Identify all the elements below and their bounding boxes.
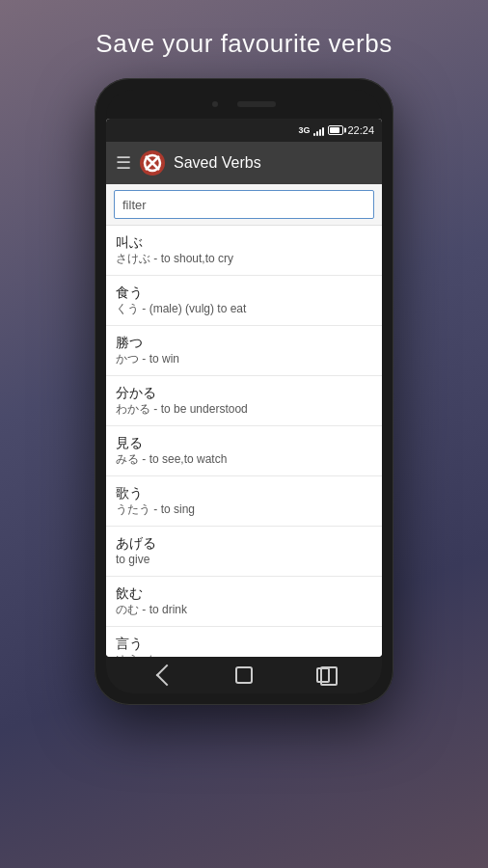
list-item[interactable]: あげるto give [106, 527, 382, 577]
verb-reading: みる - to see,to watch [116, 451, 372, 468]
recents-button[interactable] [312, 664, 335, 687]
verb-kanji: 叫ぶ [116, 233, 372, 251]
page-title: Save your favourite verbs [95, 29, 392, 59]
phone-bottom-bar [106, 657, 382, 693]
verb-list: 叫ぶさけぶ - to shout,to cry食うくう - (male) (vu… [106, 226, 382, 657]
phone-frame: 3G 22:24 ☰ Saved Verbs [95, 78, 393, 705]
verb-reading: to give [116, 552, 372, 568]
verb-reading: さけぶ - to shout,to cry [116, 251, 372, 267]
verb-kanji: 勝つ [116, 334, 372, 351]
battery-icon [328, 125, 343, 135]
phone-notch [106, 90, 382, 119]
filter-bar [106, 184, 382, 226]
list-item[interactable]: 歌ううたう - to sing [106, 476, 382, 527]
verb-kanji: 分かる [116, 384, 372, 401]
list-item[interactable]: 叫ぶさけぶ - to shout,to cry [106, 226, 382, 276]
app-bar: ☰ Saved Verbs [106, 142, 382, 184]
clock: 22:24 [347, 124, 374, 136]
verb-kanji: 言う [116, 635, 372, 652]
verb-reading: わかる - to be understood [116, 401, 372, 418]
status-bar: 3G 22:24 [106, 119, 382, 142]
phone-screen: 3G 22:24 ☰ Saved Verbs [106, 119, 382, 657]
verb-kanji: あげる [116, 534, 372, 552]
list-item[interactable]: 分かるわかる - to be understood [106, 376, 382, 426]
verb-reading: かつ - to win [116, 351, 372, 367]
filter-input[interactable] [114, 190, 374, 219]
signal-icon [313, 124, 324, 136]
verb-kanji: 歌う [116, 484, 372, 502]
verb-kanji: 見る [116, 434, 372, 451]
app-title: Saved Verbs [174, 154, 372, 172]
front-camera [212, 101, 218, 107]
list-item[interactable]: 食うくう - (male) (vulg) to eat [106, 276, 382, 326]
verb-kanji: 食う [116, 284, 372, 301]
verb-reading: うたう - to sing [116, 502, 372, 518]
network-indicator: 3G [298, 125, 310, 135]
home-button[interactable] [232, 664, 256, 687]
list-item[interactable]: 飲むのむ - to drink [106, 577, 382, 627]
list-item[interactable]: 勝つかつ - to win [106, 326, 382, 376]
list-item[interactable]: 言うゆう - to say [106, 627, 382, 657]
verb-reading: くう - (male) (vulg) to eat [116, 301, 372, 317]
list-item[interactable]: 見るみる - to see,to watch [106, 426, 382, 476]
speaker-grill [237, 101, 276, 107]
menu-icon[interactable]: ☰ [116, 152, 131, 174]
app-logo [139, 149, 166, 176]
verb-kanji: 飲む [116, 584, 372, 602]
back-button[interactable] [153, 664, 176, 687]
verb-reading: のむ - to drink [116, 602, 372, 618]
